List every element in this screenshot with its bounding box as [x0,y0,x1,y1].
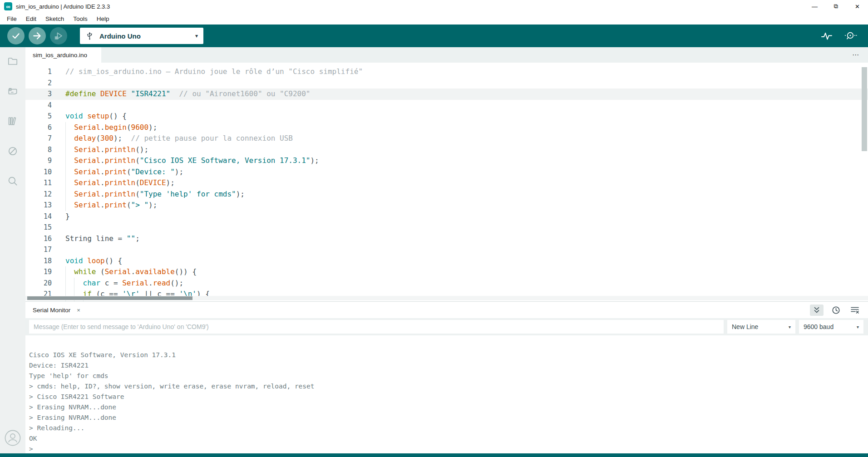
chevron-down-icon: ▾ [195,33,198,39]
serial-output-line: OK [29,433,868,444]
code-line: 19while (Serial.available()) { [25,266,868,278]
line-number: 12 [25,189,52,200]
line-number: 4 [25,100,52,111]
verify-button[interactable] [7,27,25,44]
code-line: 7delay(300); // petite pause pour la con… [25,133,868,144]
editor-tabbar: sim_ios_arduino.ino ⋯ [25,47,868,63]
indent-guide [65,177,74,189]
activity-sidebar [0,47,25,453]
line-number: 8 [25,144,52,156]
verify-icon [10,30,21,41]
sidebar-item-sketchbook[interactable] [7,55,19,67]
sidebar-item-search[interactable] [7,175,19,187]
baud-rate-dropdown[interactable]: 9600 baud ▾ [799,320,863,334]
code-line: 15 [25,222,868,233]
vertical-scrollbar-thumb[interactable] [862,67,867,151]
indent-guide [65,189,74,200]
indent-guide [65,144,74,156]
serial-output-line: > Cisco ISR4221 Software [29,392,868,402]
code-line: 9Serial.println("Cisco IOS XE Software, … [25,155,868,167]
serial-output-line: > Reloading... [29,423,868,433]
search-icon [7,175,19,187]
code-line: 20char c = Serial.read(); [25,278,868,289]
line-number: 9 [25,155,52,167]
menu-tools[interactable]: Tools [69,15,92,22]
code-line: 18void loop() { [25,256,868,267]
upload-icon [32,30,43,41]
menu-sketch[interactable]: Sketch [41,15,69,22]
serial-output-line: Cisco IOS XE Software, Version 17.3.1 [29,350,868,360]
board-selector[interactable]: Arduino Uno ▾ [80,28,203,44]
serial-output-line: Device: ISR4221 [29,360,868,371]
code-line: 11Serial.println(DEVICE); [25,177,868,189]
line-number: 14 [25,211,52,222]
line-ending-dropdown[interactable]: New Line ▾ [727,320,795,334]
chevron-down-icon: ▾ [857,324,859,329]
menu-edit[interactable]: Edit [21,15,41,22]
autoscroll-icon [813,306,821,314]
code-line: 17 [25,244,868,256]
indent-guide [65,278,74,289]
serial-monitor-actions [810,305,862,316]
arduino-logo-icon: ∞ [4,2,12,10]
window-title: sim_ios_arduino | Arduino IDE 2.3.3 [16,3,110,10]
timestamp-clock-icon [832,306,840,314]
tab-overflow-menu[interactable]: ⋯ [852,51,860,59]
upload-button[interactable] [29,27,46,44]
serial-monitor-panel: Serial Monitor × New Line ▾ [25,301,868,453]
line-number: 15 [25,222,52,233]
clear-output-button[interactable] [848,305,862,316]
debug-sidebar-icon [7,145,19,157]
serial-message-input[interactable] [29,320,724,334]
serial-plotter-button[interactable] [821,31,833,41]
titlebar: ∞ sim_ios_arduino | Arduino IDE 2.3.3 — … [0,0,868,13]
sidebar-item-debug[interactable] [7,145,19,157]
close-button[interactable]: ✕ [847,0,868,13]
restore-button[interactable]: ⧉ [825,0,847,13]
sidebar-item-library-manager[interactable] [7,115,19,127]
account-button[interactable] [5,430,21,446]
line-number: 18 [25,256,52,267]
chevron-down-icon: ▾ [789,324,791,329]
line-number: 6 [25,122,52,133]
code-editor[interactable]: 1// sim_ios_arduino.ino — Arduino joue l… [25,63,868,301]
timestamp-toggle[interactable] [829,305,843,316]
tab-sim-ios-arduino[interactable]: sim_ios_arduino.ino [25,47,101,63]
line-number: 7 [25,133,52,144]
indent-guide [65,266,74,278]
line-number: 11 [25,177,52,189]
autoscroll-toggle[interactable] [810,305,824,316]
serial-monitor-tab[interactable]: Serial Monitor × [25,307,80,314]
window-controls: — ⧉ ✕ [804,0,868,13]
horizontal-scrollbar-thumb[interactable] [27,296,192,300]
line-number: 17 [25,244,52,256]
serial-monitor-button[interactable] [844,31,857,41]
indent-guide [65,155,74,167]
serial-monitor-tab-label: Serial Monitor [33,307,70,314]
serial-output-line: > [29,444,868,454]
line-number: 19 [25,266,52,278]
indent-guide [65,200,74,211]
line-number: 16 [25,233,52,245]
serial-monitor-close-icon[interactable]: × [77,307,80,314]
minimize-button[interactable]: — [804,0,825,13]
usb-port-icon [85,32,94,40]
sidebar-item-boards-manager[interactable] [7,85,19,97]
code-line: 3#define DEVICE "ISR4221" // ou "Aironet… [25,88,868,100]
code-line: 13Serial.print("> "); [25,200,868,211]
serial-output: Cisco IOS XE Software, Version 17.3.1Dev… [25,335,868,454]
debug-icon [53,30,64,41]
menu-file[interactable]: File [2,15,21,22]
menu-help[interactable]: Help [92,15,114,22]
code-line: 2 [25,78,868,89]
arduino-ide-window: ∞ sim_ios_arduino | Arduino IDE 2.3.3 — … [0,0,868,457]
debug-button[interactable] [50,27,67,44]
serial-output-line: > cmds: help, ID?, show version, write e… [29,381,868,392]
statusbar [0,453,868,457]
clear-output-icon [850,306,859,314]
menubar: File Edit Sketch Tools Help [0,13,868,25]
indent-guide [74,278,83,289]
indent-guide [65,167,74,178]
line-number: 1 [25,66,52,78]
line-number: 5 [25,111,52,122]
